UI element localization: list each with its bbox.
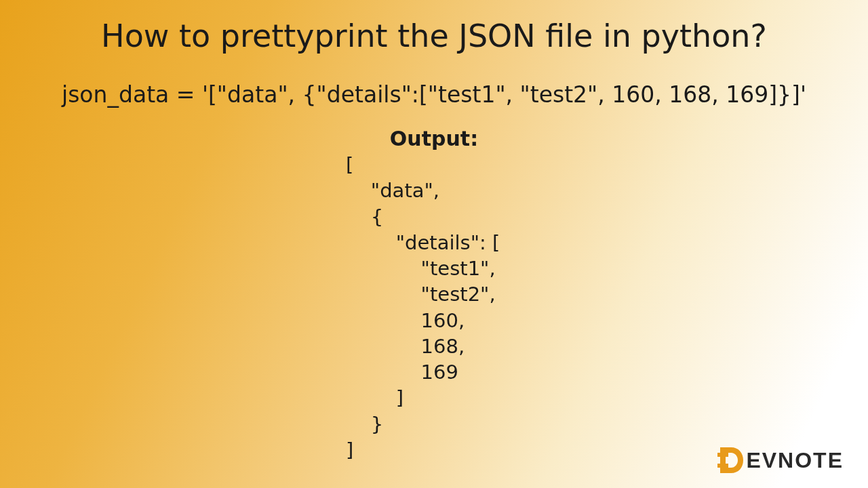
output-block: Output: [ "data", { "details": [ "test1"… <box>0 127 868 463</box>
svg-rect-1 <box>717 453 728 457</box>
logo-text: EVNOTE <box>746 448 844 473</box>
code-input-line: json_data = '["data", {"details":["test1… <box>0 81 868 108</box>
output-json: [ "data", { "details": [ "test1", "test2… <box>346 152 868 463</box>
devnote-logo: EVNOTE <box>717 446 844 474</box>
output-label: Output: <box>0 127 868 150</box>
svg-rect-0 <box>720 447 726 473</box>
page-title: How to prettyprint the JSON file in pyth… <box>0 0 868 54</box>
svg-rect-2 <box>717 464 728 468</box>
logo-d-icon <box>717 446 745 474</box>
